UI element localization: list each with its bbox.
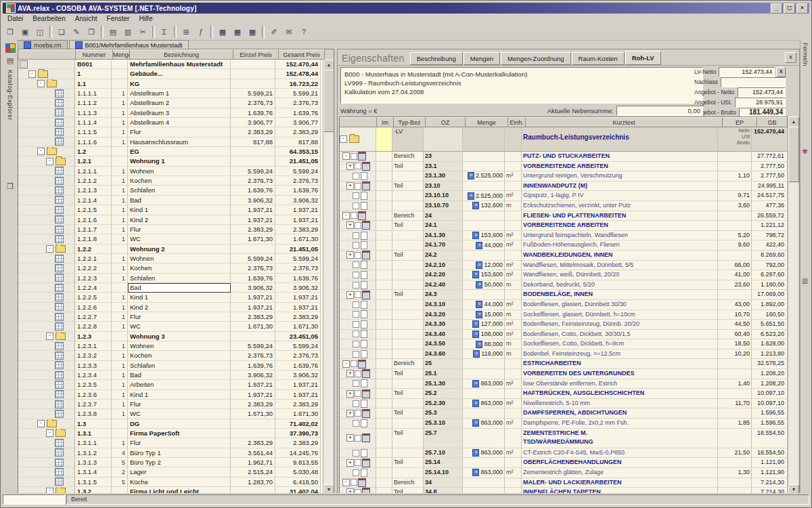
menge-formula-icon[interactable]: ≡ — [472, 202, 479, 209]
row-name[interactable]: Abstellraum 1 — [128, 89, 231, 98]
table-row[interactable]: 1.2.3.61Kind 11.937,211.937,21 — [18, 390, 323, 400]
row-gesamtpreis[interactable]: 2.376,73 — [275, 263, 321, 273]
row-menge[interactable]: 1 — [112, 167, 128, 176]
row-number[interactable]: 1.2.3.7 — [75, 400, 112, 409]
table-row[interactable]: 1.2.2.4Bad3.906,323.906,32 — [18, 283, 323, 293]
scroll-thumb[interactable] — [323, 70, 334, 132]
lv-row-24.2.10[interactable]: 24.2.10≡12,000m²Wandfliesen, Mittelmosai… — [340, 261, 788, 271]
column-header-Nummer[interactable]: Nummer — [76, 49, 113, 60]
table-row[interactable]: 1.2.1.51Kind 11.937,211.937,21 — [18, 205, 323, 215]
properties-close-button[interactable]: x — [785, 52, 796, 63]
lv-info-cell[interactable] — [376, 478, 392, 488]
maximize-button[interactable]: □ — [784, 3, 795, 14]
row-menge[interactable]: 1 — [112, 312, 128, 322]
table-row[interactable]: 1.2.1.71Flur2.383,292.383,29 — [18, 225, 323, 234]
table-row[interactable]: -1.2.2Wohnung 221.451,05 — [18, 245, 323, 254]
row-name[interactable]: Kochen — [128, 263, 231, 273]
menge-formula-icon[interactable]: ≡ — [472, 320, 479, 328]
lv-oz-cell[interactable] — [424, 127, 463, 152]
lv-row-24.3.50[interactable]: 24.3.50≡88,000mSockelfliesen, Cotto, Dic… — [340, 339, 788, 350]
checkbox-icon[interactable] — [355, 183, 361, 190]
row-gesamtpreis[interactable]: 152.470,44 — [275, 60, 321, 69]
checkbox-icon[interactable] — [351, 360, 357, 367]
lv-oz-cell[interactable]: 25.2 — [424, 389, 463, 399]
row-number[interactable]: 1.1 — [75, 79, 112, 89]
lv-oz-cell[interactable]: 23.10.10 — [424, 191, 463, 201]
row-gesamtpreis[interactable]: 5.599,24 — [275, 254, 321, 263]
row-gesamtpreis[interactable]: 37.390,73 — [275, 429, 321, 438]
collapse-icon[interactable]: - — [46, 333, 53, 340]
table-row[interactable]: 1.2.1.81WC1.671,301.671,30 — [18, 234, 323, 244]
lv-info-cell[interactable] — [376, 359, 392, 369]
menge-formula-icon[interactable]: ≡ — [472, 380, 479, 387]
row-menge[interactable] — [112, 60, 128, 69]
row-name[interactable]: Abstellraum 2 — [128, 98, 231, 108]
menge-formula-icon[interactable]: ≡ — [476, 341, 482, 348]
table-row[interactable]: 1.2.1.21Kochen2.376,732.376,73 — [18, 176, 323, 186]
checkbox-icon[interactable] — [353, 173, 359, 179]
lv-oz-cell[interactable]: 23.1.30 — [424, 171, 463, 182]
row-menge[interactable]: 5 — [112, 478, 128, 487]
row-gesamtpreis[interactable]: 817,88 — [275, 137, 321, 147]
row-number[interactable]: 1.2.3.4 — [75, 371, 112, 380]
table-row[interactable]: -1Gebäude...152.478,44 — [18, 69, 323, 79]
lv-row-24.2[interactable]: +Teil24.2WANDBEKLEIDUNGEN, INNEN8.269,60 — [340, 251, 788, 261]
lv-menge-cell[interactable] — [463, 429, 505, 448]
table-row[interactable]: 1.2.3.21Kochen2.376,732.376,73 — [18, 351, 323, 360]
row-gesamtpreis[interactable]: 16.723,22 — [275, 79, 321, 89]
checkbox-icon[interactable] — [353, 321, 359, 328]
lv-oz-cell[interactable]: 24.1.30 — [424, 231, 463, 241]
table-row[interactable]: 1.2.3.31Schlafen1.639,761.639,76 — [18, 361, 323, 371]
row-gesamtpreis[interactable]: 5.599,24 — [275, 167, 321, 176]
lv-row-24.2.20[interactable]: 24.2.20≡153,600m²Wandfliesen, weiß, Dünn… — [340, 270, 788, 280]
lv-column-header-GB[interactable]: GB — [757, 117, 788, 127]
menge-formula-icon[interactable]: ≡ — [472, 449, 479, 457]
lv-info-cell[interactable] — [376, 369, 392, 379]
row-einzelpreis[interactable]: 2.515,24 — [231, 467, 275, 477]
row-einzelpreis[interactable]: 1.937,21 — [231, 380, 275, 389]
row-gesamtpreis[interactable]: 14.245,76 — [275, 448, 321, 458]
row-menge[interactable]: 1 — [112, 361, 128, 371]
lv-row-24.3.60[interactable]: 24.3.60≡119,000mBodenbel. Feinsteinzeug,… — [340, 350, 788, 360]
copy-icon[interactable]: ▤ — [106, 26, 120, 39]
lv-kurztext-cell[interactable]: BODENBELÄGE, INNEN — [522, 290, 718, 300]
menge-formula-icon[interactable]: ≡ — [472, 419, 479, 427]
lv-column-header-Im[interactable]: Im — [377, 117, 394, 127]
lv-menge-cell[interactable]: ≡153,600 — [463, 231, 505, 241]
lv-oz-cell[interactable]: 23.10 — [424, 182, 463, 192]
row-menge[interactable]: 2 — [112, 467, 128, 477]
row-menge[interactable]: 1 — [112, 263, 128, 273]
tree-scrollbar[interactable]: ▲ ▼ — [323, 60, 334, 495]
row-name[interactable]: Gebäude... — [128, 69, 231, 79]
lv-menge-cell[interactable]: ≡132,600 — [463, 201, 505, 211]
row-gesamtpreis[interactable]: 1.937,21 — [275, 390, 321, 400]
table-row[interactable]: -1.1KG16.723,22 — [18, 79, 323, 89]
row-number[interactable]: 1.2.1.6 — [75, 215, 112, 225]
lv-column-header-EP[interactable]: EP — [723, 117, 757, 127]
row-einzelpreis[interactable]: 5.599,24 — [231, 167, 275, 176]
lv-menge-cell[interactable]: ≡2.525,000 — [463, 171, 505, 182]
menge-formula-icon[interactable]: ≡ — [468, 192, 474, 200]
checkbox-icon[interactable] — [353, 261, 359, 268]
row-einzelpreis[interactable]: 2.376,73 — [231, 263, 275, 273]
row-gesamtpreis[interactable]: 64.353,15 — [275, 147, 321, 156]
row-gesamtpreis[interactable]: 2.376,73 — [275, 176, 321, 186]
collapse-icon[interactable]: - — [28, 70, 36, 78]
row-gesamtpreis[interactable]: 21.451,05 — [275, 156, 321, 166]
row-einzelpreis[interactable] — [231, 419, 275, 429]
row-einzelpreis[interactable]: 1.937,21 — [231, 293, 275, 302]
table-row[interactable]: 1.3.1.55Küche1.283,706.418,50 — [18, 478, 323, 487]
lv-kurztext-cell[interactable]: ZEMENTESTRICHE M.TSD/WÄRMEDÄMMUNG — [522, 429, 718, 448]
row-name[interactable]: Lager — [128, 467, 231, 477]
row-number[interactable]: 1.1.1.1 — [75, 89, 112, 98]
menge-formula-icon[interactable]: ≡ — [476, 301, 482, 308]
lv-menge-cell[interactable]: ≡863,000 — [463, 379, 505, 389]
lv-menge-cell[interactable] — [463, 290, 505, 300]
collapse-icon[interactable]: + — [346, 221, 354, 229]
lv-oz-cell[interactable]: 25.1.30 — [424, 379, 463, 389]
row-menge[interactable]: 1 — [112, 234, 128, 244]
paste-icon[interactable]: ▥ — [121, 26, 135, 39]
lv-kurztext-cell[interactable]: Gipsputz, 1-lagig, P IV — [522, 191, 718, 201]
row-einzelpreis[interactable] — [231, 245, 275, 254]
row-einzelpreis[interactable]: 3.561,44 — [231, 448, 275, 458]
